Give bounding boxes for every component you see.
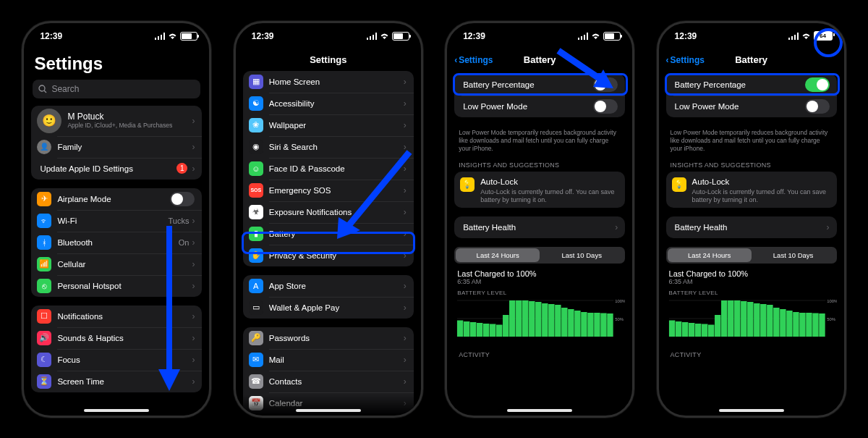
battery-percentage-row[interactable]: Battery Percentage	[666, 74, 837, 96]
apple-id-row[interactable]: 🙂 M Potuck Apple ID, iCloud+, Media & Pu…	[31, 106, 202, 136]
row-label: Calendar	[269, 399, 404, 408]
svg-rect-37	[568, 309, 574, 337]
search-input[interactable]: Search	[33, 80, 200, 98]
search-icon	[38, 85, 47, 93]
clock: 12:39	[40, 31, 62, 41]
back-button[interactable]: ‹ Settings	[454, 55, 493, 65]
home-indicator[interactable]	[507, 409, 572, 412]
accessibility-row[interactable]: ☯Accessibility›	[243, 93, 414, 114]
svg-rect-60	[708, 325, 714, 337]
autolock-insight-row[interactable]: 💡 Auto-Lock Auto-Lock is currently turne…	[454, 172, 625, 208]
svg-rect-24	[483, 324, 489, 337]
svg-rect-67	[754, 303, 760, 337]
chevron-right-icon: ›	[404, 376, 407, 387]
svg-rect-2	[161, 35, 162, 40]
low-power-row[interactable]: Low Power Mode	[454, 96, 625, 117]
low-power-toggle[interactable]	[805, 99, 830, 114]
home-indicator[interactable]	[84, 409, 149, 412]
chart-label: BATTERY LEVEL	[666, 290, 837, 298]
chevron-right-icon: ›	[192, 259, 195, 269]
chevron-right-icon: ›	[404, 398, 407, 408]
svg-rect-40	[587, 313, 593, 337]
row-label: Contacts	[269, 377, 404, 386]
clock: 12:39	[675, 31, 697, 41]
seg-10d[interactable]: Last 10 Days	[540, 248, 624, 262]
privacy-security-row[interactable]: ✋Privacy & Security›	[243, 245, 414, 266]
battery-health-row[interactable]: Battery Health ›	[666, 216, 837, 238]
phone-4-battery-on: 12:39 64 ‹ Settings Battery Battery Perc…	[657, 21, 846, 418]
svg-rect-34	[548, 304, 554, 337]
svg-line-46	[558, 51, 603, 81]
battery-icon	[603, 32, 621, 41]
last-charged-title: Last Charged to 100%	[666, 268, 837, 278]
svg-rect-51	[797, 33, 799, 40]
update-apple-id-row[interactable]: Update Apple ID Settings 1 ›	[31, 158, 202, 180]
search-placeholder: Search	[51, 84, 79, 94]
home-screen-row[interactable]: ▦Home Screen›	[243, 71, 414, 93]
svg-rect-20	[457, 321, 463, 337]
chevron-right-icon: ›	[404, 333, 407, 343]
airplane-mode-row[interactable]: ✈Airplane Mode	[31, 188, 202, 210]
wallpaper-row[interactable]: ❀Wallpaper›	[243, 114, 414, 136]
clock: 12:39	[252, 31, 274, 41]
status-right	[155, 32, 197, 41]
svg-rect-23	[477, 323, 482, 337]
svg-rect-62	[721, 300, 727, 337]
activity-label: ACTIVITY	[447, 350, 632, 361]
svg-line-12	[347, 152, 409, 227]
svg-rect-38	[574, 311, 580, 337]
battery-health-row[interactable]: Battery Health ›	[454, 216, 625, 238]
svg-rect-54	[668, 321, 674, 337]
svg-point-4	[39, 85, 45, 91]
toggle[interactable]	[170, 192, 195, 206]
seg-24h[interactable]: Last 24 Hours	[456, 248, 540, 262]
seg-10d[interactable]: Last 10 Days	[752, 248, 835, 262]
battery-percentage-toggle[interactable]	[805, 77, 830, 92]
sos-icon: SOS	[249, 183, 263, 198]
svg-rect-39	[581, 312, 587, 337]
row-label: Privacy & Security	[269, 251, 404, 260]
clock: 12:39	[463, 31, 485, 41]
contacts-row[interactable]: ☎Contacts›	[243, 371, 414, 392]
wallet-apple-pay-row[interactable]: ▭Wallet & Apple Pay›	[243, 297, 414, 319]
svg-rect-11	[375, 33, 377, 40]
contacts-icon: ☎	[249, 374, 263, 389]
avatar: 🙂	[37, 109, 61, 133]
svg-rect-16	[584, 35, 585, 40]
autolock-insight-row[interactable]: 💡 Auto-Lock Auto-Lock is currently turne…	[666, 172, 837, 208]
chevron-right-icon: ›	[192, 333, 195, 343]
svg-line-5	[44, 90, 46, 93]
time-range-segment[interactable]: Last 24 Hours Last 10 Days	[666, 247, 837, 264]
notch	[82, 23, 150, 39]
low-power-footnote: Low Power Mode temporarily reduces backg…	[447, 126, 632, 160]
chevron-right-icon: ›	[615, 222, 618, 232]
svg-rect-41	[594, 313, 600, 337]
key-icon: 🔑	[249, 331, 263, 345]
seg-24h[interactable]: Last 24 Hours	[668, 248, 752, 262]
badge: 1	[176, 163, 187, 174]
back-button[interactable]: ‹ Settings	[666, 55, 705, 65]
time-range-segment[interactable]: Last 24 Hours Last 10 Days	[454, 247, 625, 264]
last-charged-time: 6:35 AM	[666, 278, 837, 290]
passwords-row[interactable]: 🔑Passwords›	[243, 327, 414, 349]
family-row[interactable]: 👤 Family ›	[31, 136, 202, 158]
chevron-right-icon: ›	[192, 355, 195, 365]
home-indicator[interactable]	[296, 409, 361, 412]
family-label: Family	[57, 143, 192, 151]
svg-rect-69	[767, 305, 773, 337]
app-store-row[interactable]: AApp Store›	[243, 275, 414, 297]
low-power-toggle[interactable]	[593, 99, 618, 114]
svg-rect-42	[600, 313, 606, 337]
wallet-icon: ▭	[249, 300, 263, 315]
status-right: 64	[788, 31, 833, 41]
autolock-sub: Auto-Lock is currently turned off. You c…	[692, 188, 830, 205]
home-indicator[interactable]	[719, 409, 784, 412]
exposure-icon: ☣	[249, 205, 263, 219]
mail-row[interactable]: ✉Mail›	[243, 349, 414, 371]
svg-rect-73	[793, 312, 799, 337]
low-power-row[interactable]: Low Power Mode	[666, 96, 837, 117]
phone-1-settings-main: 12:39 Settings Search 🙂 M Potuck Apple I…	[22, 21, 211, 418]
svg-rect-17	[587, 33, 588, 40]
row-label: Wallpaper	[269, 121, 404, 130]
chart-panel: Last Charged to 100% 6:35 AM BATTERY LEV…	[666, 268, 837, 342]
